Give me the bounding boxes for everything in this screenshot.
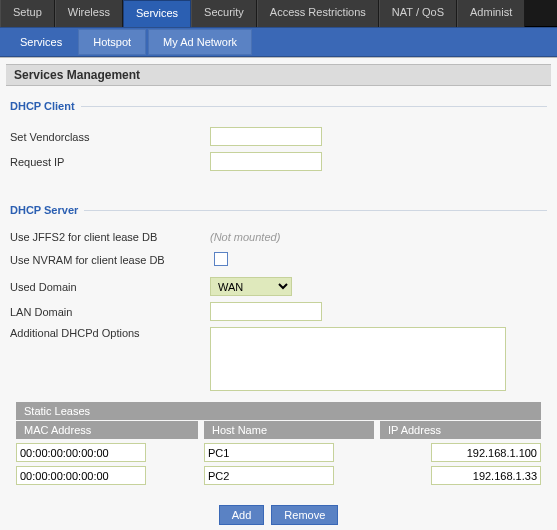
tab-nat-qos[interactable]: NAT / QoS	[379, 0, 457, 27]
dhcp-server-section: DHCP Server Use JFFS2 for client lease D…	[10, 204, 547, 530]
tab-services[interactable]: Services	[123, 0, 191, 27]
lan-domain-label: LAN Domain	[10, 306, 210, 318]
lease-host-input[interactable]	[204, 466, 334, 485]
set-vendorclass-label: Set Vendorclass	[10, 131, 210, 143]
jffs2-status: (Not mounted)	[210, 231, 280, 243]
request-ip-label: Request IP	[10, 156, 210, 168]
lease-buttons: Add Remove	[16, 505, 541, 525]
remove-button[interactable]: Remove	[271, 505, 338, 525]
col-host: Host Name	[204, 421, 374, 439]
col-mac: MAC Address	[16, 421, 198, 439]
tab-setup[interactable]: Setup	[0, 0, 55, 27]
subtab-services[interactable]: Services	[6, 30, 76, 54]
dhcpd-opts-textarea[interactable]	[210, 327, 506, 391]
lease-ip-input[interactable]	[431, 466, 541, 485]
top-nav: Setup Wireless Services Security Access …	[0, 0, 557, 27]
lan-domain-input[interactable]	[210, 302, 322, 321]
dhcp-client-section: DHCP Client Set Vendorclass Request IP	[10, 100, 547, 184]
tab-administration[interactable]: Administ	[457, 0, 525, 27]
subtab-my-ad-network[interactable]: My Ad Network	[148, 29, 252, 55]
used-domain-label: Used Domain	[10, 281, 210, 293]
request-ip-input[interactable]	[210, 152, 322, 171]
used-domain-select[interactable]: WAN	[210, 277, 292, 296]
lease-mac-input[interactable]	[16, 466, 146, 485]
tab-security[interactable]: Security	[191, 0, 257, 27]
nvram-label: Use NVRAM for client lease DB	[10, 254, 210, 266]
jffs2-label: Use JFFS2 for client lease DB	[10, 231, 210, 243]
static-leases: Static Leases MAC Address Host Name IP A…	[16, 402, 541, 525]
static-leases-title: Static Leases	[16, 402, 541, 420]
tab-access-restrictions[interactable]: Access Restrictions	[257, 0, 379, 27]
add-button[interactable]: Add	[219, 505, 265, 525]
lease-row	[16, 466, 541, 485]
tab-wireless[interactable]: Wireless	[55, 0, 123, 27]
lease-mac-input[interactable]	[16, 443, 146, 462]
static-leases-header: MAC Address Host Name IP Address	[16, 421, 541, 439]
lease-ip-input[interactable]	[431, 443, 541, 462]
nvram-checkbox[interactable]	[214, 252, 228, 266]
lease-host-input[interactable]	[204, 443, 334, 462]
dhcp-server-legend: DHCP Server	[10, 204, 84, 216]
set-vendorclass-input[interactable]	[210, 127, 322, 146]
page-title: Services Management	[6, 64, 551, 86]
page-body: Services Management DHCP Client Set Vend…	[0, 57, 557, 530]
lease-row	[16, 443, 541, 462]
dhcpd-opts-label: Additional DHCPd Options	[10, 327, 210, 339]
dhcp-client-legend: DHCP Client	[10, 100, 81, 112]
col-ip: IP Address	[380, 421, 541, 439]
sub-nav: Services Hotspot My Ad Network	[0, 27, 557, 57]
subtab-hotspot[interactable]: Hotspot	[78, 29, 146, 55]
